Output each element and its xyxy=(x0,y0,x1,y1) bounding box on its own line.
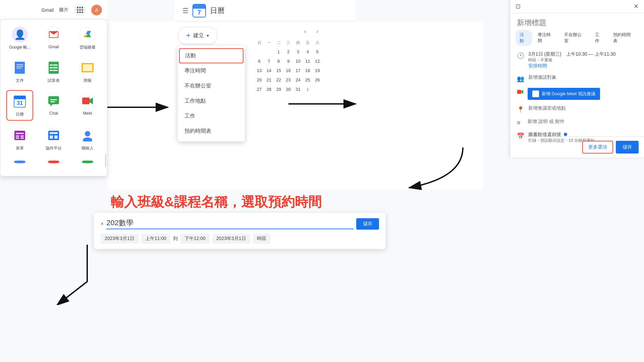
avatar[interactable]: A xyxy=(91,5,102,15)
expand-icon[interactable]: ⊡ xyxy=(516,3,521,10)
mini-cal-day-19[interactable]: 19 xyxy=(313,66,322,75)
mini-cal-day-24[interactable]: 24 xyxy=(293,75,302,84)
mini-cal-day-next1[interactable]: 1 xyxy=(303,85,312,94)
app-item-gmail[interactable]: Gmail xyxy=(40,24,67,53)
mini-cal-day-30[interactable]: 30 xyxy=(284,85,293,94)
mini-cal-day-13[interactable]: 13 xyxy=(255,66,264,75)
app-item-meet[interactable]: Meet xyxy=(74,90,101,121)
mini-cal-next[interactable]: › xyxy=(313,27,322,36)
mini-cal-day-4[interactable]: 4 xyxy=(303,47,312,56)
location-row: 📍 新增會議室或地點 xyxy=(510,103,644,116)
mini-cal-day-17[interactable]: 17 xyxy=(293,66,302,75)
bottom-form-close-button[interactable]: × xyxy=(101,221,104,227)
mini-cal-day-14[interactable]: 14 xyxy=(265,66,273,75)
form-start-time-chip[interactable]: 上午11:00 xyxy=(141,234,170,244)
dropdown-item-focus[interactable]: 專注時間 xyxy=(178,63,245,78)
sheets-icon xyxy=(46,60,62,76)
save-button[interactable]: 儲存 xyxy=(616,141,639,154)
app-item-chat[interactable]: Chat xyxy=(40,90,67,121)
mini-cal-day-18[interactable]: 18 xyxy=(303,66,312,75)
instruction-text: 輸入班級&課程名稱，選取預約時間 xyxy=(111,193,322,211)
dropdown-item-worklocation[interactable]: 工作地點 xyxy=(178,94,245,109)
mini-cal-day-8[interactable]: 8 xyxy=(274,57,283,65)
app-item-account[interactable]: 👤 Google 帳... xyxy=(6,24,33,53)
gmail-link[interactable]: Gmail xyxy=(41,7,54,13)
form-date-chip[interactable]: 2023年3月1日 xyxy=(101,234,139,244)
mini-cal-day-20[interactable]: 20 xyxy=(255,75,264,84)
mini-cal-day-26[interactable]: 26 xyxy=(313,75,322,84)
arrange-time-link[interactable]: 安排時間 xyxy=(528,63,547,68)
mini-cal-prev[interactable]: ‹ xyxy=(301,27,310,36)
app-item-tables[interactable]: 表單 xyxy=(6,125,33,154)
mini-cal-day-3[interactable]: 3 xyxy=(293,47,302,56)
mini-cal-day-29[interactable]: 29 xyxy=(274,85,283,94)
dropdown-item-event[interactable]: 活動 xyxy=(179,48,244,63)
app-label-docs: 文件 xyxy=(16,78,24,83)
people-icon: 👥 xyxy=(517,75,524,82)
app-item-more1[interactable] xyxy=(6,158,33,168)
bottom-form-save-button[interactable]: 儲存 xyxy=(356,218,379,230)
chat-icon xyxy=(46,93,62,109)
hamburger-icon[interactable]: ☰ xyxy=(182,7,189,15)
mini-cal-day-11[interactable]: 11 xyxy=(303,57,312,65)
form-end-date-chip[interactable]: 2023年3月1日 xyxy=(212,234,250,244)
app-item-sheets[interactable]: 試算表 xyxy=(40,57,67,86)
mini-cal-day-16[interactable]: 16 xyxy=(284,66,293,75)
mini-cal-day-12[interactable]: 12 xyxy=(313,57,322,65)
app-item-contacts[interactable]: 聯絡人 xyxy=(74,125,101,154)
invite-text[interactable]: 新增邀請對象 xyxy=(528,74,556,80)
create-button[interactable]: + 建立 ▾ xyxy=(178,27,217,44)
mini-cal-day-6[interactable]: 6 xyxy=(255,57,264,65)
mini-cal-day-25[interactable]: 25 xyxy=(303,75,312,84)
mini-cal-day-5[interactable]: 5 xyxy=(313,47,322,56)
location-text[interactable]: 新增會議室或地點 xyxy=(528,105,566,111)
mini-cal-day[interactable] xyxy=(255,47,264,56)
mini-cal-day-1[interactable]: 1 xyxy=(274,47,283,56)
right-panel: ⊡ ✕ 活動 專注時間 不在辦公室 工作 預約時間表 🕐 3月1日 (星期三) … xyxy=(510,0,644,158)
app-item-more3[interactable] xyxy=(74,158,101,168)
app-item-more2[interactable] xyxy=(40,158,67,168)
mini-cal-day-22[interactable]: 22 xyxy=(274,75,283,84)
form-end-time-chip[interactable]: 下午12:00 xyxy=(180,234,210,244)
form-timezone-chip[interactable]: 時區 xyxy=(253,234,270,244)
mini-cal-day-28[interactable]: 28 xyxy=(265,85,273,94)
close-icon[interactable]: ✕ xyxy=(634,3,639,10)
app-item-docs[interactable]: 文件 xyxy=(6,57,33,86)
mini-cal-day-21[interactable]: 21 xyxy=(265,75,273,84)
tab-event[interactable]: 活動 xyxy=(516,30,532,46)
app-item-drive[interactable]: 雲端硬碟 xyxy=(74,24,101,53)
mini-cal-day-2[interactable]: 2 xyxy=(284,47,293,56)
mini-cal-day-7[interactable]: 7 xyxy=(265,57,273,65)
dropdown-item-task[interactable]: 工作 xyxy=(178,109,245,124)
svg-rect-22 xyxy=(16,133,24,134)
datetime-text[interactable]: 3月1日 (星期三) 上午10:30 — 上午11:30 xyxy=(528,51,637,57)
app-item-calendar[interactable]: 31 日曆 xyxy=(6,90,33,121)
mini-cal-day-15[interactable]: 15 xyxy=(274,66,283,75)
tab-appointment[interactable]: 預約時間表 xyxy=(609,30,639,46)
apps-grid-button[interactable] xyxy=(74,4,86,16)
arrow-2 xyxy=(282,94,366,114)
mini-cal-day-10[interactable]: 10 xyxy=(293,57,302,65)
mini-cal-day-31[interactable]: 31 xyxy=(293,85,302,94)
more-options-button[interactable]: 更多選項 xyxy=(582,141,613,154)
app-item-slides[interactable]: 簡報 xyxy=(74,57,101,86)
scrollbar[interactable] xyxy=(105,154,106,167)
photos-link[interactable]: 圖片 xyxy=(59,7,68,13)
calendar-title: 日曆 xyxy=(210,6,225,16)
tab-out-of-office[interactable]: 不在辦公室 xyxy=(560,30,590,46)
tab-task[interactable]: 工作 xyxy=(591,30,608,46)
event-title-input[interactable] xyxy=(510,13,644,30)
mini-cal-day-9[interactable]: 9 xyxy=(284,57,293,65)
tab-focus-time[interactable]: 專注時間 xyxy=(534,30,559,46)
mini-cal-day[interactable] xyxy=(265,47,273,56)
description-text[interactable]: 新增 說明 或 附件 xyxy=(528,119,565,124)
google-meet-button[interactable]: ▶ 新增 Google Meet 視訊會議 xyxy=(528,88,600,100)
dropdown-item-ooo[interactable]: 不在辦公室 xyxy=(178,78,245,94)
app-row-1: 👤 Google 帳... Gmail 雲端硬碟 xyxy=(3,24,104,53)
event-name-input[interactable] xyxy=(106,219,354,229)
dropdown-item-appointment[interactable]: 預約時間表 xyxy=(178,124,245,139)
svg-point-32 xyxy=(83,137,92,141)
app-item-sites[interactable]: 協作平台 xyxy=(40,125,67,154)
mini-cal-day-27[interactable]: 27 xyxy=(255,85,264,94)
mini-cal-day-23[interactable]: 23 xyxy=(284,75,293,84)
